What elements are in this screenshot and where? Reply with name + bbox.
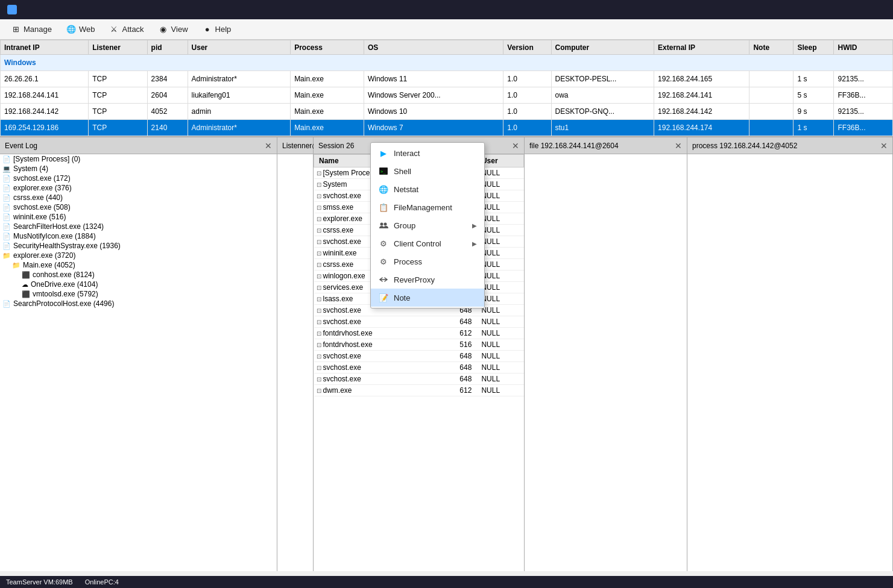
status-teamserver: TeamServer VM:69MB (6, 578, 73, 586)
context-process[interactable]: ⚙ Process (371, 252, 484, 271)
event-log-content: 📄[System Process] (0)💻System (4)📄svchost… (0, 154, 277, 571)
menu-item-web[interactable]: 🌐Web (60, 22, 101, 37)
file-title: file 192.168.244.141@2604 (529, 142, 619, 150)
clientcontrol-label: Client Control (394, 239, 441, 248)
file-close[interactable]: ✕ (675, 142, 682, 150)
context-netstat[interactable]: 🌐 Netstat (371, 180, 484, 198)
note-label: Note (394, 293, 410, 302)
table-row[interactable]: ⊡fontdrvhost.exe 516 NULL (314, 339, 524, 351)
process-close[interactable]: ✕ (880, 142, 888, 150)
list-item[interactable]: 📄SearchFilterHost.exe (1324) (0, 222, 277, 231)
context-clientcontrol[interactable]: ⚙ Client Control ▶ (371, 234, 484, 252)
col-computer: Computer (551, 40, 654, 55)
cell-intranet: 26.26.26.1 (1, 71, 89, 87)
cell-name: ⊡svchost.exe (314, 374, 432, 385)
minimize-button[interactable] (830, 3, 847, 16)
table-row[interactable]: ⊡svchost.exe 648 NULL (314, 374, 524, 385)
col-process: Process (291, 40, 364, 55)
cell-externalip: 192.168.244.141 (654, 87, 749, 104)
main-table-area: Intranet IP Listener pid User Process OS… (0, 40, 893, 137)
table-row[interactable]: ⊡svchost.exe 648 NULL (314, 351, 524, 362)
reverproxy-label: ReverProxy (394, 275, 435, 284)
list-item[interactable]: ⬛vmtoolsd.exe (5792) (0, 289, 277, 299)
event-log-header: Event Log ✕ (0, 137, 277, 154)
list-item[interactable]: 📄SecurityHealthSystray.exe (1936) (0, 241, 277, 251)
event-log-close[interactable]: ✕ (265, 142, 272, 150)
cell-ppid: 648 (431, 316, 476, 328)
tree-item-icon: 📄 (2, 300, 11, 308)
menu-bar: ⊞Manage🌐Web⚔Attack◉View●Help (0, 19, 893, 40)
context-reverproxy[interactable]: ReverProxy (371, 271, 484, 289)
list-item[interactable]: 📁explorer.exe (3720) (0, 251, 277, 260)
list-item[interactable]: 📄svchost.exe (172) (0, 174, 277, 183)
tree-item-icon: 📄 (2, 155, 11, 163)
col-user: User (188, 40, 291, 55)
shell-label: Shell (394, 167, 411, 176)
context-filemanagement[interactable]: 📋 FileManagement (371, 198, 484, 216)
tree-item-icon: 📄 (2, 204, 11, 211)
context-shell[interactable]: >_ Shell (371, 162, 484, 180)
list-item[interactable]: ☁OneDrive.exe (4104) (0, 280, 277, 289)
list-item[interactable]: 📄csrss.exe (440) (0, 193, 277, 202)
cell-hwid: FF36B... (834, 120, 893, 136)
table-row[interactable]: 192.168.244.141 TCP 2604 liukaifeng01 Ma… (1, 87, 893, 104)
group-icon (378, 220, 389, 231)
session-close[interactable]: ✕ (512, 142, 519, 150)
maximize-button[interactable] (850, 3, 866, 16)
table-row[interactable]: ⊡svchost.exe 648 NULL (314, 316, 524, 328)
cell-note (749, 71, 794, 87)
cell-ppid: 516 (431, 339, 476, 351)
sessions-table: Intranet IP Listener pid User Process OS… (0, 40, 893, 136)
cell-process: Main.exe (291, 71, 364, 87)
app-icon (7, 5, 17, 14)
list-item[interactable]: 📁Main.exe (4052) (0, 260, 277, 270)
cell-note (749, 120, 794, 136)
context-note[interactable]: 📝 Note (371, 289, 484, 307)
list-item[interactable]: 📄svchost.exe (508) (0, 202, 277, 212)
tree-item-label: MusNotifyIcon.exe (1884) (13, 232, 96, 240)
menu-item-help[interactable]: ●Help (197, 22, 238, 37)
list-item[interactable]: 📄SearchProtocolHost.exe (4496) (0, 299, 277, 308)
cell-hwid: 92135... (834, 71, 893, 87)
table-row[interactable]: ⊡svchost.exe 648 NULL (314, 362, 524, 374)
table-row[interactable]: ⊡dwm.exe 612 NULL (314, 385, 524, 396)
status-online: OnlinePC:4 (85, 578, 119, 586)
table-row[interactable]: 169.254.129.186 TCP 2140 Administrator* … (1, 120, 893, 136)
attack-icon: ⚔ (109, 25, 119, 34)
list-item[interactable]: ⬛conhost.exe (8124) (0, 270, 277, 280)
web-label: Web (79, 25, 95, 34)
list-item[interactable]: 💻System (4) (0, 164, 277, 174)
cell-user: NULL (476, 339, 523, 351)
context-group[interactable]: Group ▶ (371, 216, 484, 234)
menu-item-view[interactable]: ◉View (153, 22, 194, 37)
cell-ppid: 648 (431, 362, 476, 374)
group-label: Group (394, 221, 415, 230)
table-row[interactable]: ⊡fontdrvhost.exe 612 NULL (314, 328, 524, 339)
col-version: Version (503, 40, 551, 55)
svg-point-4 (384, 223, 387, 226)
tree-item-label: svchost.exe (172) (13, 174, 71, 183)
col-external-ip: External IP (654, 40, 749, 55)
tree-item-icon: 📄 (2, 175, 11, 183)
context-menu: ▶ Interact >_ Shell 🌐 Netstat 📋 FileMana… (370, 142, 485, 308)
menu-item-manage[interactable]: ⊞Manage (5, 22, 58, 37)
table-row[interactable]: 26.26.26.1 TCP 2384 Administrator* Main.… (1, 71, 893, 87)
cell-pid: 2384 (147, 71, 188, 87)
clientcontrol-arrow: ▶ (472, 240, 477, 247)
close-button[interactable] (869, 3, 886, 16)
list-item[interactable]: 📄wininit.exe (516) (0, 212, 277, 222)
list-item[interactable]: 📄[System Process] (0) (0, 154, 277, 164)
clientcontrol-icon: ⚙ (378, 238, 389, 249)
list-item[interactable]: 📄explorer.exe (376) (0, 183, 277, 193)
list-item[interactable]: 📄MusNotifyIcon.exe (1884) (0, 231, 277, 241)
group-label: Windows (1, 55, 893, 71)
menu-item-attack[interactable]: ⚔Attack (103, 22, 150, 37)
cell-version: 1.0 (503, 104, 551, 120)
tree-item-label: explorer.exe (376) (13, 184, 72, 192)
cell-name: ⊡fontdrvhost.exe (314, 328, 432, 339)
context-interact[interactable]: ▶ Interact (371, 144, 484, 162)
table-row[interactable]: 192.168.244.142 TCP 4052 admin Main.exe … (1, 104, 893, 120)
cell-pid: 4052 (147, 104, 188, 120)
cell-intranet: 192.168.244.141 (1, 87, 89, 104)
col-pid: pid (147, 40, 188, 55)
